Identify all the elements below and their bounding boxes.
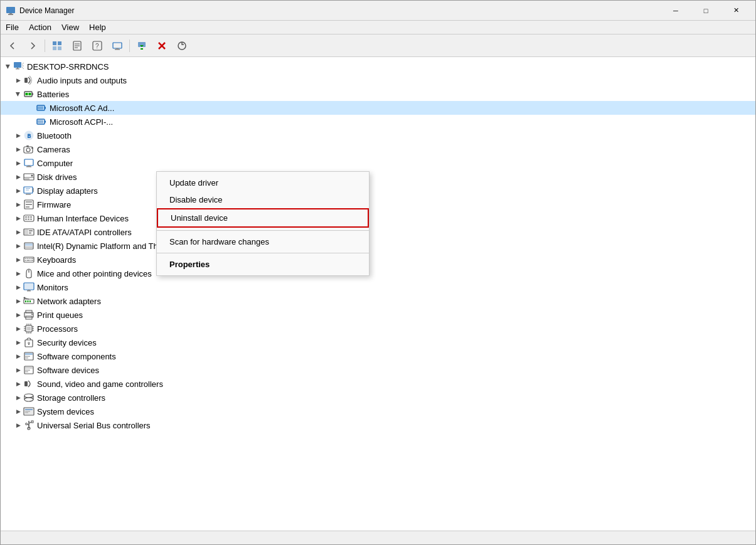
- network-expand[interactable]: ▶: [13, 296, 23, 306]
- svg-rect-124: [25, 370, 30, 371]
- svg-rect-83: [31, 260, 32, 262]
- scan-toolbar-button[interactable]: [173, 37, 191, 55]
- tree-item-processors[interactable]: ▶: [1, 322, 755, 336]
- svg-rect-22: [14, 62, 21, 68]
- mice-expand[interactable]: ▶: [13, 268, 23, 278]
- svg-rect-133: [25, 409, 33, 410]
- network-label: Network adapters: [37, 297, 101, 306]
- keyboards-expand[interactable]: ▶: [13, 255, 23, 265]
- maximize-button[interactable]: □: [691, 1, 720, 21]
- processors-label: Processors: [37, 324, 78, 334]
- tree-item-mice[interactable]: ▶ Mice and other pointing devices: [1, 267, 755, 280]
- disk-expand[interactable]: ▶: [13, 172, 23, 182]
- svg-point-96: [24, 297, 26, 299]
- svg-rect-81: [25, 260, 26, 262]
- svg-rect-51: [24, 179, 29, 180]
- cameras-expand[interactable]: ▶: [13, 144, 23, 154]
- network-icon: [23, 295, 35, 307]
- usb-expand[interactable]: ▶: [13, 420, 23, 430]
- audio-expand[interactable]: ▶: [13, 75, 23, 85]
- ms-acpi-label: Microsoft ACPI-...: [50, 117, 113, 127]
- tree-item-ms-acpi[interactable]: ▶ Microsoft ACPI-...: [1, 115, 755, 129]
- ctx-scan-hardware[interactable]: Scan for hardware changes: [157, 233, 369, 250]
- uninstall-toolbar-button[interactable]: [152, 37, 171, 55]
- tree-item-software-dev[interactable]: ▶ Software devices: [1, 363, 755, 377]
- hid-expand[interactable]: ▶: [13, 213, 23, 223]
- root-expand-arrow[interactable]: ▶: [3, 61, 13, 71]
- svg-line-25: [22, 63, 24, 65]
- tree-item-intel[interactable]: ▶ Intel(R) Dynamic Platform and Thermal …: [1, 239, 755, 253]
- intel-expand[interactable]: ▶: [13, 241, 23, 251]
- tree-item-monitors[interactable]: ▶ Monitors: [1, 280, 755, 294]
- tree-item-usb[interactable]: ▶ Universal Serial Bus controllers: [1, 418, 755, 432]
- computer-expand[interactable]: ▶: [13, 158, 23, 168]
- tree-root[interactable]: ▶ DESKTOP-SRRDNCS: [1, 60, 755, 73]
- menu-view[interactable]: View: [56, 21, 84, 34]
- help-button[interactable]: ?: [88, 37, 107, 55]
- computer-icon: [13, 61, 24, 72]
- tree-item-ide[interactable]: ▶ IDE ATA/ATAPI controllers: [1, 225, 755, 239]
- svg-rect-3: [53, 41, 56, 45]
- tree-item-disk[interactable]: ▶ Disk drives: [1, 170, 755, 184]
- tree-item-cameras[interactable]: ▶ Cameras: [1, 142, 755, 156]
- ctx-separator-1: [157, 230, 369, 231]
- menu-action[interactable]: Action: [24, 21, 56, 34]
- sound-icon: [23, 378, 35, 389]
- minimize-button[interactable]: ─: [661, 1, 690, 21]
- tree-item-sound[interactable]: ▶ Sound, video and game controllers: [1, 377, 755, 391]
- ctx-uninstall-device[interactable]: Uninstall device: [157, 208, 369, 228]
- tree-item-print[interactable]: ▶ Print queues: [1, 308, 755, 322]
- software-comp-expand[interactable]: ▶: [13, 351, 23, 361]
- separator-2: [129, 40, 130, 52]
- ms-ac-icon: [36, 102, 47, 114]
- device-tree[interactable]: ▶ DESKTOP-SRRDNCS ▶: [1, 57, 755, 531]
- forward-button[interactable]: [23, 37, 42, 55]
- svg-rect-84: [32, 260, 33, 262]
- system-expand[interactable]: ▶: [13, 406, 23, 416]
- svg-rect-59: [26, 204, 32, 205]
- ctx-properties[interactable]: Properties: [157, 256, 369, 273]
- svg-rect-2: [9, 13, 12, 14]
- storage-label: Storage controllers: [37, 393, 105, 403]
- tree-item-hid[interactable]: ▶ Human Interface Devices: [1, 211, 755, 225]
- menu-help[interactable]: Help: [84, 21, 111, 34]
- tree-item-security[interactable]: ▶ Security devices: [1, 336, 755, 349]
- sound-expand[interactable]: ▶: [13, 379, 23, 389]
- network-button[interactable]: [108, 37, 127, 55]
- properties-button[interactable]: [68, 37, 87, 55]
- tree-item-network[interactable]: ▶ Network adapters: [1, 294, 755, 308]
- bluetooth-label: Bluetooth: [37, 131, 72, 140]
- close-button[interactable]: ✕: [721, 1, 750, 21]
- bluetooth-expand[interactable]: ▶: [13, 130, 23, 140]
- tree-item-display[interactable]: ▶ Display adapters: [1, 184, 755, 198]
- svg-rect-18: [141, 48, 143, 50]
- tree-item-computer[interactable]: ▶ Computer: [1, 156, 755, 170]
- view-type-button[interactable]: [48, 37, 67, 55]
- ide-expand[interactable]: ▶: [13, 227, 23, 237]
- print-expand[interactable]: ▶: [13, 310, 23, 320]
- monitors-expand[interactable]: ▶: [13, 282, 23, 292]
- processors-icon: [23, 323, 35, 334]
- tree-item-storage[interactable]: ▶ Storage controllers: [1, 391, 755, 405]
- storage-expand[interactable]: ▶: [13, 393, 23, 403]
- display-expand[interactable]: ▶: [13, 186, 23, 196]
- tree-item-software-comp[interactable]: ▶ Software components: [1, 349, 755, 363]
- tree-item-bluetooth[interactable]: ▶ ʙ Bluetooth: [1, 129, 755, 142]
- svg-rect-93: [28, 300, 29, 302]
- tree-item-system[interactable]: ▶ System devices: [1, 405, 755, 418]
- security-expand[interactable]: ▶: [13, 337, 23, 347]
- tree-item-ms-ac[interactable]: ▶ Microsoft AC Ad...: [1, 101, 755, 115]
- processors-expand[interactable]: ▶: [13, 324, 23, 334]
- software-dev-expand[interactable]: ▶: [13, 365, 23, 375]
- tree-item-batteries[interactable]: ▶ Batteries: [1, 87, 755, 101]
- back-button[interactable]: [3, 37, 22, 55]
- ctx-update-driver[interactable]: Update driver: [157, 174, 369, 191]
- menu-file[interactable]: File: [1, 21, 24, 34]
- tree-item-firmware[interactable]: ▶ Firmware: [1, 198, 755, 211]
- firmware-expand[interactable]: ▶: [13, 199, 23, 209]
- tree-item-keyboards[interactable]: ▶ Keyboards: [1, 253, 755, 267]
- tree-item-audio[interactable]: ▶ Audio inputs and outputs: [1, 73, 755, 87]
- ctx-disable-device[interactable]: Disable device: [157, 191, 369, 208]
- update-driver-toolbar-button[interactable]: [132, 37, 151, 55]
- batteries-expand[interactable]: ▶: [13, 89, 23, 99]
